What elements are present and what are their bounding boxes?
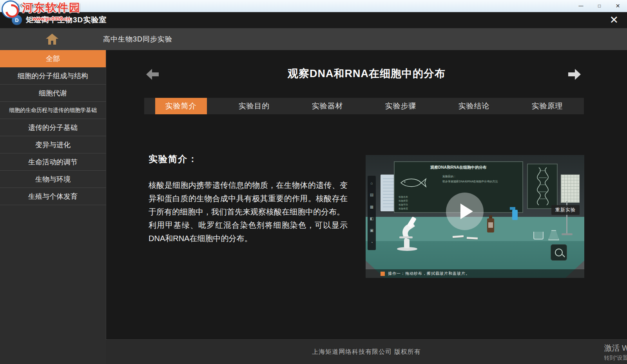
tab-purpose[interactable]: 实验目的	[217, 98, 291, 114]
window-close-button[interactable]: ✕	[609, 0, 627, 12]
sidebar-item-all[interactable]: 全部	[0, 50, 106, 67]
blackboard-subtitle: 实验目的：	[442, 175, 456, 178]
microscope-mode-badge[interactable]	[551, 244, 567, 261]
video-caption-bar: 操作一：拖动纱布，擦拭载玻片和盖玻片。	[366, 269, 584, 278]
sidebar-item-reproduction-development[interactable]: 生殖与个体发育	[0, 188, 106, 205]
tool-box-icon[interactable]: ▣	[370, 229, 373, 232]
app-close-icon[interactable]: ✕	[609, 15, 618, 25]
experiment-tabbar: 实验简介 实验目的 实验器材 实验步骤 实验结论 实验原理	[144, 98, 584, 114]
sidebar-item-cell-metabolism[interactable]: 细胞代谢	[0, 85, 106, 102]
experiment-video-thumbnail[interactable]: 观察DNA和RNA在细胞中的分布 实验目的： 初步掌握观察DNA和RNA在细胞中…	[366, 155, 584, 278]
tool-clock-icon[interactable]: ◔	[370, 241, 373, 245]
chalk-fish-drawing	[399, 176, 428, 191]
restart-experiment-button[interactable]: 重新实验	[551, 205, 580, 215]
blackboard-title: 观察DNA和RNA在细胞中的分布	[395, 165, 522, 170]
tab-intro[interactable]: 实验简介	[144, 98, 217, 114]
sidebar-item-organisms-environment[interactable]: 生物与环境	[0, 171, 106, 188]
app-window: 高中生物3D同步实验 — □ ✕ D 矩道高中生物3D实验室 ✕ 高中生物3D同…	[0, 0, 627, 364]
spray-bottle	[512, 210, 518, 220]
wall-whiteboard	[561, 175, 580, 203]
app-header: D 矩道高中生物3D实验室 ✕	[0, 12, 627, 28]
reagent-bottle	[487, 218, 494, 232]
retort-stand-base	[562, 233, 573, 235]
app-title: 矩道高中生物3D实验室	[26, 15, 107, 25]
minimize-button[interactable]: —	[572, 0, 590, 12]
nav-breadcrumb-title: 高中生物3D同步实验	[103, 28, 172, 50]
tab-equipment[interactable]: 实验器材	[291, 98, 364, 114]
tab-principle[interactable]: 实验原理	[511, 98, 584, 114]
tool-grid-icon[interactable]: ▦	[370, 205, 373, 209]
tool-panel-icon[interactable]: ▤	[370, 193, 373, 197]
next-experiment-arrow-icon[interactable]	[568, 69, 581, 81]
intro-paragraphs: 核酸是细胞内携带遗传信息的物质，在生物体的遗传、变异和蛋白质的生物合成中具有极其…	[149, 178, 348, 245]
tab-steps[interactable]: 实验步骤	[364, 98, 437, 114]
sidebar-item-molecular-genetics[interactable]: 遗传的分子基础	[0, 119, 106, 136]
sidebar-item-life-regulation[interactable]: 生命活动的调节	[0, 153, 106, 171]
dna-blackboard	[527, 164, 558, 209]
copyright-text: 上海矩道网络科技有限公司 版权所有	[312, 348, 420, 356]
window-title: 高中生物3D同步实验	[15, 3, 58, 9]
sidebar-item-cell-life-cycle[interactable]: 细胞的生命历程与遗传的细胞学基础	[0, 102, 106, 119]
video-side-toolbar: ⌂ ▤ ▦ ◧ ▣ ◔	[368, 176, 376, 250]
intro-heading: 实验简介 :	[149, 153, 195, 165]
sidebar-item-molecular-composition[interactable]: 细胞的分子组成与结构	[0, 67, 106, 85]
video-caption-text: 操作一：拖动纱布，擦拭载玻片和盖玻片。	[388, 271, 470, 276]
intro-paragraph: 核酸是细胞内携带遗传信息的物质，在生物体的遗传、变异和蛋白质的生物合成中具有极其…	[149, 178, 348, 218]
maximize-button[interactable]: □	[590, 0, 609, 12]
blackboard-text: 初步掌握观察DNA和RNA在细胞中分布的方法	[442, 180, 518, 184]
nav-bar: 高中生物3D同步实验	[0, 28, 627, 50]
tool-home-icon[interactable]: ⌂	[370, 181, 373, 185]
main-content: 观察DNA和RNA在细胞中的分布 实验简介 实验目的 实验器材 实验步骤 实验结…	[106, 50, 627, 340]
footer: 上海矩道网络科技有限公司 版权所有	[106, 339, 627, 364]
sidebar: 全部 细胞的分子组成与结构 细胞代谢 细胞的生命历程与遗传的细胞学基础 遗传的分…	[0, 50, 106, 364]
home-icon[interactable]	[45, 33, 59, 45]
play-icon	[460, 204, 473, 219]
experiment-title: 观察DNA和RNA在细胞中的分布	[106, 67, 627, 81]
beaker	[533, 232, 544, 240]
intro-paragraph: 利用甲基绿、吡罗红混合染色剂将细胞染色，可以显示DNA和RNA在细胞中的分布。	[149, 218, 348, 245]
blackboard-list: 实验名称 实验类型 实验学段 实验难度	[399, 195, 408, 211]
os-titlebar: 高中生物3D同步实验 — □ ✕	[0, 0, 627, 12]
microscope-graphic	[394, 214, 422, 253]
play-button[interactable]	[446, 193, 484, 230]
tab-conclusion[interactable]: 实验结论	[437, 98, 511, 114]
tool-view-icon[interactable]: ◧	[370, 217, 373, 221]
step-marker-icon	[381, 272, 385, 276]
windows-activation-watermark: 激活 W 转到"设置	[604, 343, 627, 362]
sidebar-item-variation-evolution[interactable]: 变异与进化	[0, 136, 106, 153]
app-logo-icon: D	[12, 15, 22, 25]
window-controls: — □ ✕	[572, 0, 627, 12]
